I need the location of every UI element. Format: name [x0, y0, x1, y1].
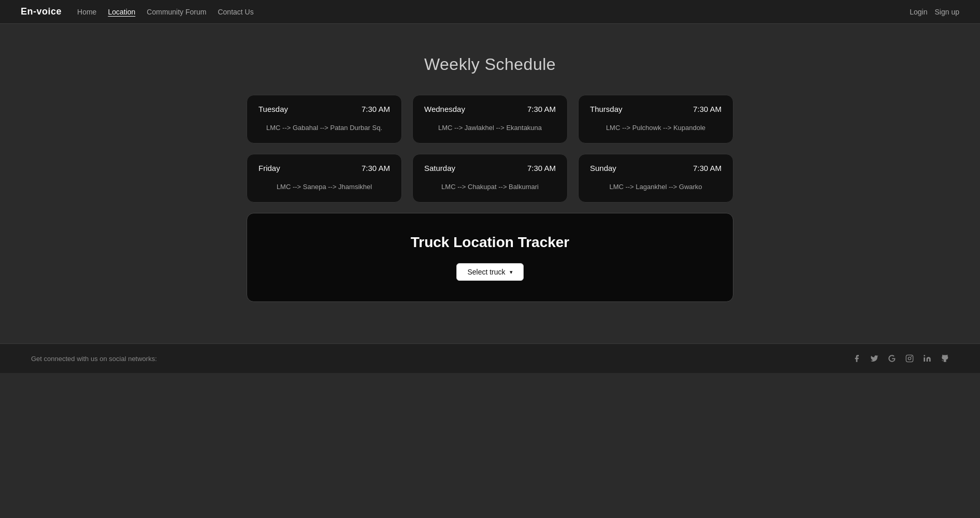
time-friday: 7:30 AM	[362, 164, 390, 172]
select-truck-button[interactable]: Select truck ▾	[456, 263, 523, 281]
footer: Get connected with us on social networks…	[0, 343, 980, 373]
day-thursday: Thursday	[590, 105, 623, 113]
day-tuesday: Tuesday	[258, 105, 288, 113]
nav-location[interactable]: Location	[108, 8, 135, 16]
nav-home[interactable]: Home	[77, 8, 96, 16]
nav-community-forum[interactable]: Community Forum	[147, 8, 206, 16]
nav-contact-us[interactable]: Contact Us	[218, 8, 253, 16]
time-saturday: 7:30 AM	[527, 164, 556, 172]
schedule-card-friday: Friday 7:30 AM LMC --> Sanepa --> Jhamsi…	[247, 154, 402, 203]
google-icon[interactable]	[888, 354, 896, 363]
linkedin-icon[interactable]	[923, 354, 931, 363]
time-sunday: 7:30 AM	[693, 164, 722, 172]
route-saturday: LMC --> Chakupat --> Balkumari	[424, 183, 556, 191]
route-tuesday: LMC --> Gabahal --> Patan Durbar Sq.	[258, 124, 390, 132]
card-header-saturday: Saturday 7:30 AM	[424, 164, 556, 172]
card-header-sunday: Sunday 7:30 AM	[590, 164, 722, 172]
card-header-wednesday: Wednesday 7:30 AM	[424, 105, 556, 113]
time-tuesday: 7:30 AM	[362, 105, 390, 113]
day-sunday: Sunday	[590, 164, 616, 172]
card-header-tuesday: Tuesday 7:30 AM	[258, 105, 390, 113]
route-friday: LMC --> Sanepa --> Jhamsikhel	[258, 183, 390, 191]
tracker-title: Truck Location Tracker	[263, 234, 717, 251]
card-header-friday: Friday 7:30 AM	[258, 164, 390, 172]
brand-logo[interactable]: En-voice	[21, 6, 62, 17]
schedule-row-1: Tuesday 7:30 AM LMC --> Gabahal --> Pata…	[247, 95, 733, 143]
svg-point-3	[924, 355, 925, 356]
schedule-card-saturday: Saturday 7:30 AM LMC --> Chakupat --> Ba…	[412, 154, 568, 203]
login-link[interactable]: Login	[910, 8, 927, 16]
nav-links: Home Location Community Forum Contact Us	[77, 8, 910, 16]
svg-rect-0	[906, 355, 913, 362]
card-header-thursday: Thursday 7:30 AM	[590, 105, 722, 113]
route-wednesday: LMC --> Jawlakhel --> Ekantakuna	[424, 124, 556, 132]
route-thursday: LMC --> Pulchowk --> Kupandole	[590, 124, 722, 132]
day-wednesday: Wednesday	[424, 105, 465, 113]
instagram-icon[interactable]	[905, 354, 914, 363]
github-icon[interactable]	[941, 354, 949, 363]
twitter-icon[interactable]	[870, 354, 878, 363]
svg-point-2	[911, 356, 912, 357]
svg-point-1	[908, 357, 911, 359]
tracker-section: Truck Location Tracker Select truck ▾	[247, 213, 733, 302]
select-truck-label: Select truck	[467, 268, 505, 276]
schedule-row-2: Friday 7:30 AM LMC --> Sanepa --> Jhamsi…	[247, 154, 733, 203]
page-title: Weekly Schedule	[247, 55, 733, 74]
schedule-card-tuesday: Tuesday 7:30 AM LMC --> Gabahal --> Pata…	[247, 95, 402, 143]
chevron-down-icon: ▾	[510, 269, 513, 276]
day-saturday: Saturday	[424, 164, 455, 172]
main-content: Weekly Schedule Tuesday 7:30 AM LMC --> …	[236, 24, 744, 343]
facebook-icon[interactable]	[853, 354, 861, 363]
time-thursday: 7:30 AM	[693, 105, 722, 113]
navbar: En-voice Home Location Community Forum C…	[0, 0, 980, 24]
time-wednesday: 7:30 AM	[527, 105, 556, 113]
day-friday: Friday	[258, 164, 280, 172]
auth-links: Login Sign up	[910, 8, 959, 16]
social-icons	[853, 354, 949, 363]
footer-social-text: Get connected with us on social networks…	[31, 355, 157, 363]
schedule-card-wednesday: Wednesday 7:30 AM LMC --> Jawlakhel --> …	[412, 95, 568, 143]
signup-link[interactable]: Sign up	[935, 8, 959, 16]
schedule-card-thursday: Thursday 7:30 AM LMC --> Pulchowk --> Ku…	[578, 95, 733, 143]
schedule-card-sunday: Sunday 7:30 AM LMC --> Lagankhel --> Gwa…	[578, 154, 733, 203]
route-sunday: LMC --> Lagankhel --> Gwarko	[590, 183, 722, 191]
